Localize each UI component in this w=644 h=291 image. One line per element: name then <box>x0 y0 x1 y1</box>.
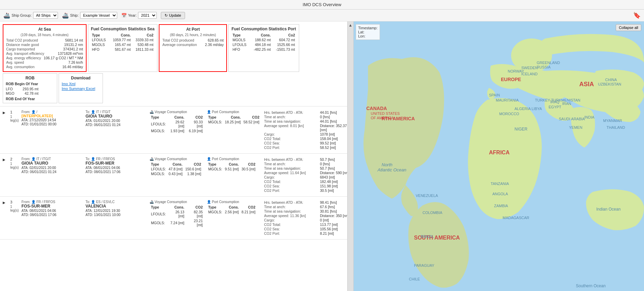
svg-text:Southern Ocean: Southern Ocean <box>576 284 605 288</box>
play-button-3[interactable]: ▶ <box>3 201 7 205</box>
table-row: MGOLS:2.56 [mt]8.21 [mt] <box>207 210 257 214</box>
toolbar: 🚢 Ship Group: All Ships 🚢 Ship: Example … <box>0 10 644 21</box>
svg-text:BRAZIL: BRAZIL <box>421 234 434 239</box>
table-row: LFOULS 484.18 mt 1525.66 mt <box>231 42 296 47</box>
voyage-num: 3 <box>10 200 19 204</box>
stat-row: Total CO2 produced 628.65 mt <box>162 38 224 42</box>
voyage-cons-3: 🚢 Voyage Consumption TypeCons.CO2 LFOULS… <box>150 200 204 227</box>
svg-text:CHILE: CHILE <box>409 277 420 281</box>
lon-label: Lon: <box>358 34 378 38</box>
svg-text:AFRICA: AFRICA <box>489 150 510 155</box>
svg-text:CHINA: CHINA <box>605 78 617 82</box>
table-row: HFO 581.67 mt 1811.33 mt <box>91 47 155 52</box>
voyage-cons-2: 🚢 Voyage Consumption TypeCons.CO2 LFOULS… <box>150 157 204 176</box>
fuel-sea-title: Fuel Consumption Statistics Sea <box>91 27 155 31</box>
table-row: MGOLS 188.62 mt 604.72 mt <box>231 37 296 42</box>
voyage-stats-2: Hrs. between ATD - ATA:50.7 [hrs] Time a… <box>264 157 348 193</box>
table-row: MGOLS:0.43 [mt]1.38 [mt] <box>150 171 202 176</box>
voyage-row-1: ▶ 1 1 leg(s) From: 👤 / [INTERPOLATED] AT… <box>0 107 347 154</box>
voyage-stats-3: Hrs. between ATD - ATA:98.41 [hrs] Time … <box>264 200 348 236</box>
stat-row: Avg. transport efficiency 1371828 mt*nm <box>6 51 83 56</box>
voyage-to-1: To: 👤 IT / ITGIT GIOIA TAURO ATA: 01/01/… <box>86 110 147 127</box>
collapse-all-button[interactable]: Collapse all <box>616 24 641 31</box>
voyage-number-1: 1 1 leg(s) <box>10 110 19 122</box>
svg-text:THAILAND: THAILAND <box>607 125 625 129</box>
at-sea-duration: (109 days, 18 hours, 4 minutes) <box>6 33 83 37</box>
table-row: LFOULS:29.62 [mt]93.33 [mt] <box>150 120 204 128</box>
at-sea-card: At Sea (109 days, 18 hours, 4 minutes) T… <box>3 24 87 72</box>
rob-row: LFO 293.95 mt <box>6 87 54 91</box>
play-button-2[interactable]: ▶ <box>3 158 7 163</box>
svg-text:ANGOLA: ANGOLA <box>492 192 508 196</box>
table-row: HFO -482.25 mt -1501.73 mt <box>231 47 296 52</box>
port-cons-1: 👤 Port Consumption TypeCons.CO2 MGOLS:18… <box>207 110 261 124</box>
map-container: ▲ Timestamp: Lat: Lon: Collapse all <box>348 21 644 291</box>
voyage-to-2: To: 👤 FR / FRFOS FOS-SUR-MER ATA: 08/01/… <box>86 157 147 174</box>
svg-text:TURKEY-TURKMENISTAN: TURKEY-TURKMENISTAN <box>535 98 580 102</box>
scroll-up-icon[interactable]: ▲ <box>349 23 353 28</box>
svg-text:ZAMBIA: ZAMBIA <box>494 204 508 208</box>
update-label: Update <box>169 13 181 17</box>
imo-excel-link[interactable]: Imo Summary Excel <box>62 87 100 91</box>
ship-item: 🚢 Ship: Example Vessel <box>62 12 117 19</box>
table-row: MGOLS:1.93 [mt]6.19 [mt] <box>150 128 204 133</box>
play-button-1[interactable]: ▶ <box>3 111 7 116</box>
svg-text:NIGER: NIGER <box>515 127 527 132</box>
stat-row: Total CO2 produced 5681.14 mt <box>6 38 83 42</box>
bookmark-icon: 🔖 <box>633 12 641 19</box>
port-cons-3: 👤 Port Consumption TypeCons.CO2 MGOLS:2.… <box>207 200 261 214</box>
timestamp-label: Timestamp: <box>358 26 378 30</box>
at-port-duration: (80 days, 21 hours, 2 minutes) <box>162 33 224 37</box>
year-item: 📅 Year: 2021 2020 2019 <box>121 12 157 19</box>
svg-text:EUROPE: EUROPE <box>501 77 521 82</box>
title-bar: IMO DCS Overview <box>0 0 644 10</box>
page-title: IMO DCS Overview <box>303 2 341 7</box>
world-map: RTH AMERICA UNITED STATES OF AMERICA CAN… <box>348 21 644 291</box>
fuel-sea-card: Fuel Consumption Statistics Sea Type Con… <box>88 24 158 72</box>
stat-row: Avg. consumption 16.46 mt/day <box>6 65 83 69</box>
update-button[interactable]: ↻ Update <box>161 12 185 19</box>
stat-row: Average consumption 2.36 mt/day <box>162 43 224 47</box>
svg-text:GREENLAND: GREENLAND <box>537 61 560 65</box>
stat-row: Cargo transported 374341.2 mt <box>6 47 83 51</box>
svg-text:SWEDEN: SWEDEN <box>521 66 538 70</box>
svg-text:SPAIN: SPAIN <box>489 93 500 97</box>
svg-text:ICELAND: ICELAND <box>521 72 538 76</box>
svg-text:PARAGUAY: PARAGUAY <box>414 263 434 267</box>
svg-text:North: North <box>382 162 393 167</box>
year-select[interactable]: 2021 2020 2019 <box>138 12 157 19</box>
fuel-port-card: Fuel Consumption Statistics Port Type Co… <box>228 24 299 72</box>
at-sea-title: At Sea <box>6 27 83 32</box>
svg-text:Atlantic Ocean: Atlantic Ocean <box>377 167 407 172</box>
svg-text:YEMEN: YEMEN <box>569 125 582 129</box>
left-panel: At Sea (109 days, 18 hours, 4 minutes) T… <box>0 21 348 291</box>
table-row: MGOLS 165.47 mt 530.48 mt <box>91 42 155 47</box>
svg-text:Indian Ocean: Indian Ocean <box>596 207 620 212</box>
ship-group-select[interactable]: All Ships <box>33 12 58 19</box>
voyage-stats-1: Hrs. between ATD - ATA:44.01 [hrs] Time … <box>264 110 348 150</box>
svg-text:OF AMERICA: OF AMERICA <box>371 116 394 120</box>
lat-label: Lat: <box>358 30 378 34</box>
scroll-bar[interactable]: ▲ <box>348 21 354 291</box>
table-row: LFOULS 1059.77 mt 3339.33 mt <box>91 37 155 42</box>
svg-text:UZBEKISTAN: UZBEKISTAN <box>598 82 621 86</box>
svg-text:ASIA: ASIA <box>579 81 594 88</box>
stat-row: Avg. speed 7.26 kn/h <box>6 60 83 64</box>
svg-text:COLOMBIA: COLOMBIA <box>423 211 443 215</box>
ship-group-item: 🚢 Ship Group: All Ships <box>3 12 58 19</box>
svg-text:CANADA: CANADA <box>366 106 387 111</box>
fuel-port-table: Type Cons. Co2 MGOLS 188.62 mt 604.72 mt… <box>231 33 296 52</box>
at-port-title: At Port <box>162 27 224 32</box>
map-info: Timestamp: Lat: Lon: <box>356 24 380 40</box>
ship-select[interactable]: Example Vessel <box>80 12 117 19</box>
svg-text:EGYPT: EGYPT <box>549 105 562 109</box>
svg-text:ALGERIA: ALGERIA <box>515 107 531 111</box>
ship-group-label: Ship Group: <box>12 13 32 17</box>
imo-xml-link[interactable]: Imo Xml <box>62 82 100 86</box>
ship-label: Ship: <box>70 13 79 17</box>
year-label: Year: <box>128 13 137 17</box>
rob-end-label: ROB End Of Year <box>6 97 54 101</box>
at-port-card: At Port (80 days, 21 hours, 2 minutes) T… <box>159 24 227 72</box>
download-card: Download Imo Xml Imo Summary Excel <box>59 73 103 103</box>
fuel-port-title: Fuel Consumption Statistics Port <box>231 27 296 31</box>
